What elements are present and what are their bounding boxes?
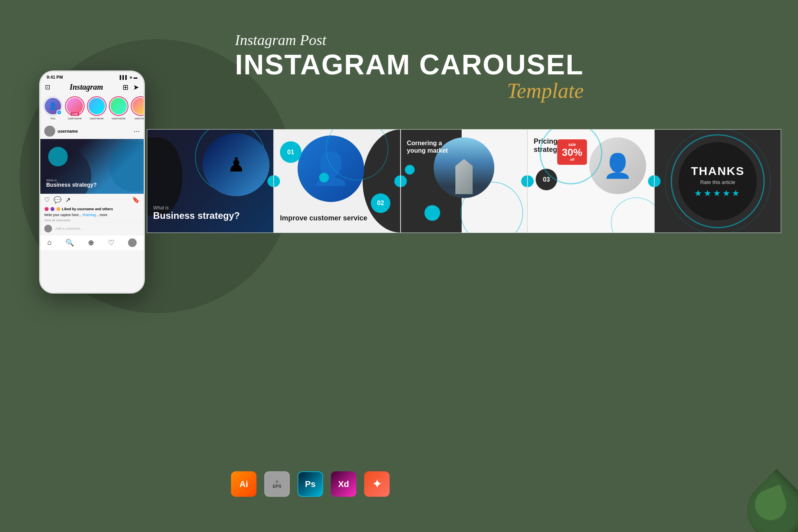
save-icon[interactable]: 🔖 <box>132 196 140 204</box>
camera-icon[interactable]: ⊡ <box>45 83 50 91</box>
live-badge: LIVE <box>70 112 79 116</box>
teal-ring-s4b <box>611 197 654 233</box>
carousel-container: ♟ What is Business strategy? 👤 01 Improv… <box>147 129 781 233</box>
post-image: What is Business strategy? <box>40 139 144 194</box>
carousel-slide-4: Pricing strategies 👤 03 sale 30% off <box>527 129 654 233</box>
post-caption: Write your caption here... #hashtag ...m… <box>40 212 144 218</box>
header-subtitle: Instagram Post <box>235 31 584 49</box>
eps-content: ⊙ EPS <box>273 480 281 489</box>
like-icon[interactable]: ♡ <box>44 196 50 204</box>
comment-input[interactable]: Add a comment... <box>55 227 83 231</box>
slide5-content: THANKS Rate this article ★★★★★ <box>679 164 757 198</box>
sale-badge: sale 30% off <box>557 139 587 165</box>
comment-input-row: Add a comment... <box>40 222 144 235</box>
slide1-title: Business strategy? <box>153 211 240 221</box>
comment-avatar <box>44 225 52 233</box>
status-icons: ▌▌▌ ⌾ ▬ <box>120 75 137 79</box>
post-avatar <box>44 126 55 137</box>
header-section: Instagram Post INSTAGRAM CAROUSEL Templa… <box>235 31 584 103</box>
slide2-number2-text: 02 <box>377 200 384 207</box>
connector-1 <box>267 175 274 187</box>
liked-avatar-3 <box>56 207 61 211</box>
story-avatar-ring-4 <box>131 96 144 116</box>
slide4-num-text: 03 <box>543 176 550 183</box>
status-bar: 9:41 PM ▌▌▌ ⌾ ▬ <box>40 72 144 81</box>
story-name-you: You <box>50 117 56 120</box>
liked-avatar-1 <box>44 207 49 211</box>
add-story-badge: + <box>56 110 62 115</box>
story-3[interactable]: username <box>109 96 128 120</box>
teal-circle-decoration <box>48 147 68 166</box>
post-username: username <box>58 129 78 133</box>
person-icon: 👤 <box>49 102 57 110</box>
building-shape <box>453 159 475 194</box>
ps-label: Ps <box>305 479 316 489</box>
heart-nav-icon[interactable]: ♡ <box>108 238 114 247</box>
story-avatar-3 <box>110 98 127 114</box>
story-name-2: username <box>90 117 104 120</box>
slide5-stars: ★★★★★ <box>679 188 757 198</box>
story-avatar-1 <box>67 98 83 114</box>
chess-circle-s1: ♟ <box>203 133 269 196</box>
connector-4-left <box>527 175 534 187</box>
carousel-slide-3: Cornering a young market <box>401 129 527 233</box>
instagram-logo: Instagram <box>70 83 103 92</box>
header-title: INSTAGRAM CAROUSEL <box>235 50 584 79</box>
eps-icon: ⊙ EPS <box>264 471 290 497</box>
story-2[interactable]: username <box>87 96 106 120</box>
phone-bottom-nav: ⌂ 🔍 ⊕ ♡ <box>40 235 144 250</box>
add-nav-icon[interactable]: ⊕ <box>88 238 94 247</box>
teal-circle-s3a <box>405 165 415 175</box>
dark-blob-s1 <box>147 137 182 216</box>
live-icon[interactable]: ⊞ <box>123 83 128 92</box>
caption-hashtag: #hashtag <box>82 213 96 217</box>
comment-icon[interactable]: 💬 <box>54 196 61 204</box>
story-avatar-4 <box>132 98 144 114</box>
connector-3-right <box>521 175 527 187</box>
phone-body: 9:41 PM ▌▌▌ ⌾ ▬ ⊡ Instagram ⊞ ➤ 👤 <box>39 70 145 294</box>
connector-2-left <box>274 175 280 187</box>
story-name-1: username <box>68 117 82 120</box>
post-image-text: What is Business strategy? <box>46 179 97 188</box>
liked-avatar-2 <box>50 207 55 211</box>
slide1-what-is: What is <box>153 205 240 211</box>
profile-nav-icon[interactable] <box>128 238 137 247</box>
signal-icon: ▌▌▌ <box>120 75 128 79</box>
slide2-number-text: 01 <box>287 149 294 156</box>
carousel-slide-2: 👤 01 Improve customer service 02 <box>274 129 401 233</box>
story-1[interactable]: LIVE username <box>65 96 84 120</box>
view-comments[interactable]: View all comments <box>40 218 144 222</box>
post-image-title: Business strategy? <box>46 182 97 188</box>
battery-icon: ▬ <box>134 75 137 79</box>
story-you[interactable]: 👤 + You <box>43 96 62 120</box>
story-name-3: username <box>112 117 126 120</box>
liked-avatars: Liked by usurname and others <box>44 207 140 211</box>
send-icon[interactable]: ➤ <box>133 83 139 92</box>
photoshop-icon: Ps <box>298 471 323 497</box>
post-actions: ♡ 💬 ↗ 🔖 <box>40 194 144 206</box>
instagram-header: ⊡ Instagram ⊞ ➤ <box>40 81 144 95</box>
slide1-text: What is Business strategy? <box>153 205 240 221</box>
chess-visual <box>97 139 144 194</box>
xd-icon: Xd <box>331 471 356 497</box>
slide5-thanks: THANKS <box>679 164 757 177</box>
post-user-info: username <box>44 126 78 137</box>
story-avatar-ring-you: 👤 + <box>43 96 63 116</box>
illustrator-icon: Ai <box>231 471 256 497</box>
home-nav-icon[interactable]: ⌂ <box>47 238 52 247</box>
slide3-text: Cornering a young market <box>407 139 454 154</box>
phone-mockup: 9:41 PM ▌▌▌ ⌾ ▬ ⊡ Instagram ⊞ ➤ 👤 <box>39 70 145 298</box>
post-options-icon[interactable]: ⋯ <box>134 128 140 135</box>
teal-dot-s2 <box>319 173 329 182</box>
likes-text: Liked by usurname and others <box>62 207 113 211</box>
search-nav-icon[interactable]: 🔍 <box>65 238 74 247</box>
slide2-title: Improve customer service <box>280 214 367 223</box>
story-4[interactable]: userne... <box>131 96 144 120</box>
connector-5-left <box>654 175 661 187</box>
sale-percent: 30% <box>562 147 582 158</box>
share-icon[interactable]: ↗ <box>65 196 70 204</box>
phone-time: 9:41 PM <box>47 75 63 79</box>
leaf-decoration <box>720 454 798 532</box>
teal-circle-s3b <box>424 205 440 221</box>
chess-icon: ♟ <box>203 133 269 196</box>
